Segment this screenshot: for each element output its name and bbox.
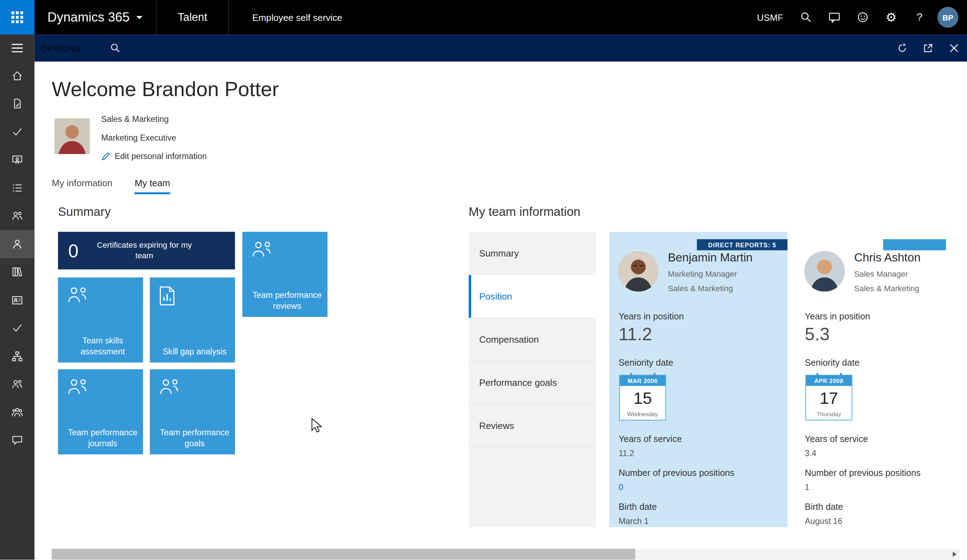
sidebar-item-lists[interactable] <box>0 174 35 202</box>
edit-personal-info-link[interactable]: Edit personal information <box>101 150 207 161</box>
app-launcher-waffle-icon[interactable] <box>0 0 35 35</box>
sidebar-item-org-chart[interactable] <box>0 342 35 370</box>
calendar-month: MAR 2006 <box>620 376 665 386</box>
team-info-menu: Summary Position Compensation Performanc… <box>469 232 596 527</box>
employee-card[interactable]: Chris Ashton Sales Manager Sales & Marke… <box>795 232 946 527</box>
field-label: Years in position <box>805 311 870 321</box>
scrollbar-thumb[interactable] <box>52 549 635 560</box>
feedback-chat-icon <box>11 434 23 446</box>
menu-item-performance-goals[interactable]: Performance goals <box>469 361 596 405</box>
previous-positions-value: 1 <box>805 483 809 492</box>
module-name[interactable]: Talent <box>157 11 228 24</box>
help-button[interactable]: ? <box>906 0 934 35</box>
refresh-button[interactable] <box>889 35 915 62</box>
employee-job-title: Marketing Manager <box>668 270 737 279</box>
open-in-new-window-button[interactable] <box>915 35 941 62</box>
seniority-date-calendar: APR 2008 17 Thursday <box>805 375 853 420</box>
menu-item-position[interactable]: Position <box>469 275 596 318</box>
tile-certificates-expiring[interactable]: 0 Certificates expiring for my team <box>58 232 235 269</box>
employee-department: Sales & Marketing <box>854 284 919 293</box>
field-label: Seniority date <box>805 357 860 367</box>
close-button[interactable] <box>941 35 967 62</box>
field-label: Years of service <box>805 434 868 444</box>
tile-team-performance-reviews[interactable]: Team performance reviews <box>243 232 328 317</box>
sidebar-item-team[interactable] <box>0 202 35 230</box>
sidebar-item-home[interactable] <box>0 61 35 89</box>
employee-avatar <box>618 251 658 292</box>
chart-document-icon <box>158 285 177 306</box>
menu-item-compensation[interactable]: Compensation <box>469 318 596 361</box>
app-window: Dynamics 365 Talent Employee self servic… <box>0 0 967 560</box>
tab-my-information[interactable]: My information <box>52 178 113 194</box>
sidebar-item-approvals[interactable] <box>0 314 35 342</box>
tile-team-performance-goals[interactable]: Team performance goals <box>150 369 235 455</box>
employee-name: Benjamin Martin <box>668 251 753 264</box>
count-label: Certificates expiring for my team <box>89 240 200 261</box>
search-icon <box>800 11 812 23</box>
people-icon <box>250 240 274 258</box>
list-icon <box>11 181 23 194</box>
birth-date-value: March 1 <box>619 517 649 526</box>
user-avatar[interactable]: BP <box>937 7 958 28</box>
calendar-weekday: Thursday <box>806 410 852 417</box>
sidebar-item-personnel[interactable] <box>0 286 35 314</box>
main-content: Welcome Brandon Potter Sales & Marketing… <box>35 61 967 560</box>
hamburger-menu-button[interactable] <box>0 35 35 62</box>
org-chart-icon <box>11 350 23 362</box>
options-menu[interactable]: OPTIONS <box>41 43 81 53</box>
search-icon <box>110 43 120 53</box>
team-icon <box>11 210 23 222</box>
field-label: Number of previous positions <box>619 468 734 478</box>
refresh-icon <box>897 43 908 53</box>
sidebar-item-people[interactable] <box>0 370 35 398</box>
pop-out-icon <box>922 43 933 53</box>
page-title: Welcome Brandon Potter <box>52 78 279 101</box>
approvals-check-icon <box>11 322 23 334</box>
app-title[interactable]: Dynamics 365 <box>47 10 129 25</box>
employee-job-title: Sales Manager <box>854 270 908 279</box>
employee-icon <box>11 238 23 250</box>
tile-team-skills-assessment[interactable]: Team skills assessment <box>58 277 143 362</box>
sidebar-item-certificates[interactable] <box>0 146 35 174</box>
summary-heading: Summary <box>58 204 111 219</box>
count-value: 0 <box>66 240 80 261</box>
direct-reports-badge-strip <box>883 239 946 250</box>
search-button[interactable] <box>792 0 820 35</box>
chevron-down-icon <box>137 16 142 19</box>
employee-card[interactable]: DIRECT REPORTS: 5 Benjamin Martin Market… <box>609 232 787 527</box>
settings-button[interactable]: ⚙ <box>877 0 905 35</box>
field-label: Seniority date <box>619 357 673 367</box>
feedback-button[interactable] <box>848 0 877 35</box>
certificate-icon <box>11 154 23 166</box>
sidebar-item-employee-self-service[interactable] <box>0 230 35 258</box>
employee-avatar <box>804 251 845 292</box>
calendar-day: 17 <box>806 386 852 410</box>
action-search-button[interactable] <box>102 35 128 62</box>
field-label: Years in position <box>619 311 684 321</box>
tile-team-performance-journals[interactable]: Team performance journals <box>58 369 143 455</box>
menu-item-reviews[interactable]: Reviews <box>469 405 596 448</box>
company-picker[interactable]: USMF <box>757 12 783 23</box>
profile-info: Sales & Marketing Marketing Executive Ed… <box>101 114 207 169</box>
top-nav-bar: Dynamics 365 Talent Employee self servic… <box>0 0 967 35</box>
hamburger-icon <box>12 44 23 52</box>
tab-my-team[interactable]: My team <box>135 178 170 194</box>
horizontal-scrollbar[interactable] <box>52 549 960 560</box>
sidebar-item-groups[interactable] <box>0 398 35 426</box>
previous-positions-link[interactable]: 0 <box>619 483 623 492</box>
mouse-cursor <box>311 418 324 434</box>
chat-bubble-icon <box>828 11 840 23</box>
home-icon <box>11 69 23 82</box>
sidebar-item-reviews[interactable] <box>0 90 35 118</box>
sidebar-item-courses[interactable] <box>0 258 35 286</box>
people-icon <box>158 377 181 396</box>
menu-item-summary[interactable]: Summary <box>469 232 596 275</box>
scroll-right-arrow-icon[interactable] <box>953 552 956 557</box>
id-card-icon <box>11 294 23 306</box>
sidebar-item-tasks[interactable] <box>0 118 35 146</box>
sidebar-item-feedback[interactable] <box>0 427 35 455</box>
messages-button[interactable] <box>820 0 848 35</box>
people-icon <box>66 285 89 304</box>
tile-skill-gap-analysis[interactable]: Skill gap analysis <box>150 277 235 362</box>
field-label: Years of service <box>619 434 682 444</box>
